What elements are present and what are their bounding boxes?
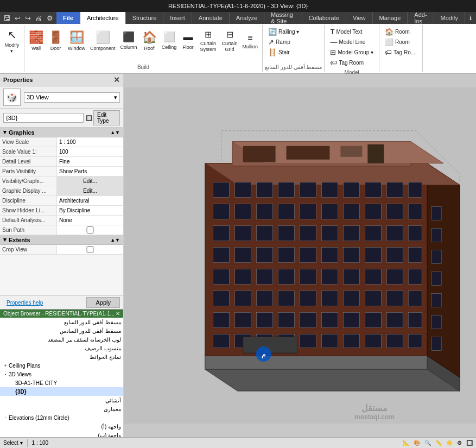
- room2-button[interactable]: ⬜ Room: [383, 37, 412, 47]
- tag-ro-button[interactable]: 🏷 Tag Ro...: [383, 48, 417, 57]
- curtain-system-icon: ⊞: [205, 29, 212, 40]
- svg-rect-85: [365, 182, 381, 198]
- wall-button[interactable]: 🧱 Wall: [27, 26, 46, 56]
- svg-rect-55: [365, 248, 381, 263]
- undo-btn[interactable]: ↩: [14, 14, 22, 22]
- tree-item-pavement[interactable]: منسوب الرصيف: [0, 344, 123, 352]
- svg-rect-78: [213, 182, 230, 198]
- floor-button[interactable]: ▬ Floor: [180, 26, 197, 56]
- svg-rect-36: [386, 291, 403, 306]
- apply-button[interactable]: Apply: [86, 297, 120, 308]
- properties-close-button[interactable]: ✕: [113, 75, 120, 84]
- tab-modify[interactable]: Modify: [434, 12, 465, 24]
- view-scale-input[interactable]: [59, 139, 121, 145]
- graphic-display-edit-btn[interactable]: Edit...: [57, 186, 123, 195]
- column-button[interactable]: ⬛ Column: [118, 26, 139, 56]
- sun-path-checkbox[interactable]: [59, 226, 121, 234]
- viewport[interactable]: م مستقل mostaqi.com: [124, 74, 476, 437]
- tab-file[interactable]: File: [56, 12, 80, 24]
- tree-item-structural[interactable]: آنشائي: [0, 396, 123, 405]
- prop-scale-value: Scale Value 1: 100: [0, 147, 123, 157]
- svg-rect-14: [343, 334, 359, 348]
- svg-rect-88: [431, 207, 441, 220]
- status-icon-1[interactable]: 📐: [403, 440, 409, 446]
- roof-button[interactable]: 🏠 Roof: [140, 26, 159, 56]
- tab-architecture[interactable]: Architecture: [80, 12, 126, 24]
- properties-title: Properties: [3, 77, 33, 83]
- mullion-button[interactable]: ≡ Mullion: [240, 26, 261, 56]
- tree-item-3d[interactable]: {3D}: [0, 387, 123, 396]
- svg-rect-42: [300, 269, 316, 284]
- tree-item-3d-views[interactable]: - 3D Views: [0, 370, 123, 378]
- tree-item-elevation-b[interactable]: واجهة (ب): [0, 431, 123, 437]
- tree-item-elevator[interactable]: لوب الخرسانة لسقف بير المصعد: [0, 335, 123, 344]
- prop-sun-path: Sun Path: [0, 225, 123, 235]
- svg-rect-28: [213, 291, 230, 306]
- door-button[interactable]: 🚪 Door: [46, 26, 65, 56]
- svg-rect-17: [408, 334, 422, 348]
- svg-rect-30: [257, 291, 273, 306]
- svg-rect-43: [321, 269, 338, 284]
- svg-rect-77: [408, 204, 422, 219]
- status-icon-7[interactable]: 🔲: [466, 440, 473, 446]
- app-title: RESIDENTIAL-TYPE(A1-11-6-2020) - 3D View…: [168, 3, 308, 9]
- tab-view[interactable]: View: [346, 12, 373, 24]
- tag-room-button[interactable]: 🏷 Tag Room: [328, 58, 366, 67]
- info-btn[interactable]: ℹ: [465, 12, 476, 24]
- window-button[interactable]: 🪟 Window: [66, 26, 87, 56]
- model-line-button[interactable]: — Model Line: [328, 37, 367, 47]
- curtain-grid-button[interactable]: ⊟ CurtainGrid: [220, 26, 240, 56]
- tab-annotate[interactable]: Annotate: [192, 12, 230, 24]
- tree-item-city[interactable]: 3D-A1-THE CITY: [0, 378, 123, 387]
- curtain-system-button[interactable]: ⊞ CurtainSystem: [198, 26, 219, 56]
- railing-icon: 🔄: [268, 28, 277, 36]
- status-icon-4[interactable]: 📏: [435, 440, 442, 446]
- new-btn[interactable]: 🖫: [2, 14, 11, 22]
- svg-rect-35: [365, 291, 381, 306]
- railing-button[interactable]: 🔄 Railing ▾: [266, 27, 321, 36]
- room-button[interactable]: 🏠 Room: [383, 27, 412, 36]
- model-text-button[interactable]: T Model Text: [328, 27, 364, 36]
- room-icon: 🏠: [385, 28, 394, 36]
- settings-btn[interactable]: ⚙: [46, 14, 54, 22]
- tree-item-floor7[interactable]: مسقط أفقي للدور السابع: [0, 318, 123, 326]
- tree-item-walls[interactable]: نماذج الحوائط: [0, 352, 123, 361]
- tree-item-floor6[interactable]: مسقط أفقي للدور السادس: [0, 326, 123, 335]
- model-group-button[interactable]: ⊞ Model Group ▾: [328, 48, 376, 57]
- status-icon-6[interactable]: ⚙: [457, 440, 462, 446]
- svg-rect-44: [343, 269, 359, 284]
- stair-button[interactable]: 🪜 Stair: [266, 48, 321, 57]
- svg-rect-24: [343, 312, 359, 327]
- view-name-input[interactable]: [3, 113, 84, 123]
- tab-structure[interactable]: Structure: [126, 12, 164, 24]
- prop-default-analysis: Default Analysis... None: [0, 216, 123, 225]
- crop-view-checkbox[interactable]: [59, 246, 121, 253]
- status-icon-5[interactable]: ☀️: [446, 440, 453, 446]
- component-button[interactable]: ⬜ Component: [88, 26, 118, 56]
- object-browser-close[interactable]: ✕: [116, 311, 120, 317]
- tree-item-elevation-a[interactable]: واجهة (أ): [0, 422, 123, 431]
- tree-item-elevations[interactable]: - Elevations (12mm Circle): [0, 413, 123, 422]
- modify-button[interactable]: ↖ Modify▾: [2, 26, 22, 56]
- tab-manage[interactable]: Manage: [373, 12, 408, 24]
- status-icon-2[interactable]: 🎨: [414, 440, 420, 446]
- tab-massing[interactable]: Massing & Site: [264, 12, 302, 24]
- properties-help-link[interactable]: Properties help: [3, 299, 46, 307]
- tree-item-ceiling-plans[interactable]: + Ceiling Plans: [0, 361, 123, 370]
- visibility-edit-btn[interactable]: Edit...: [57, 176, 123, 186]
- tag-room-icon: 🏷: [330, 59, 337, 67]
- tab-addins[interactable]: Add-Ins: [408, 12, 434, 24]
- tab-insert[interactable]: Insert: [163, 12, 192, 24]
- tree-item-architectural[interactable]: معماري: [0, 405, 123, 413]
- ramp-button[interactable]: ↗ Ramp: [266, 37, 321, 47]
- redo-btn[interactable]: ↪: [24, 14, 32, 22]
- print-btn[interactable]: 🖨: [34, 14, 43, 22]
- view-type-dropdown[interactable]: 3D View ▾: [24, 92, 120, 103]
- edit-type-button[interactable]: Edit Type: [93, 110, 120, 125]
- tab-analyze[interactable]: Analyze: [230, 12, 264, 24]
- tab-collaborate[interactable]: Collaborate: [302, 12, 346, 24]
- ceiling-button[interactable]: ⬜ Ceiling: [160, 26, 179, 56]
- status-icon-3[interactable]: 🔍: [424, 440, 431, 446]
- prop-crop-view: Crop View: [0, 245, 123, 255]
- svg-rect-64: [343, 226, 359, 241]
